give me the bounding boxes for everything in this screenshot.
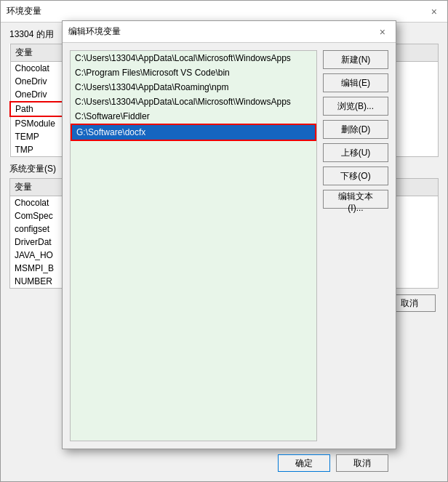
inner-cancel-button[interactable]: 取消 — [336, 454, 388, 472]
path-list-item[interactable]: C:\Users\13304\AppData\Local\Microsoft\W… — [71, 95, 316, 109]
inner-bottom-buttons: 确定 取消 — [63, 449, 396, 479]
edit-button[interactable]: 编辑(E) — [323, 73, 388, 92]
edit-text-button[interactable]: 编辑文本(I)... — [323, 190, 388, 209]
path-list[interactable]: C:\Users\13304\AppData\Local\Microsoft\W… — [70, 50, 317, 441]
path-list-container: C:\Users\13304\AppData\Local\Microsoft\W… — [70, 50, 317, 441]
inner-content: C:\Users\13304\AppData\Local\Microsoft\W… — [63, 43, 396, 449]
inner-close-button[interactable]: × — [375, 25, 390, 39]
move-up-button[interactable]: 上移(U) — [323, 143, 388, 162]
outer-close-button[interactable]: × — [427, 4, 441, 19]
inner-right-buttons: 新建(N) 编辑(E) 浏览(B)... 删除(D) 上移(U) 下移(O) 编… — [323, 50, 388, 441]
inner-dialog-title: 编辑环境变量 — [68, 25, 121, 38]
path-list-item[interactable]: C:\Users\13304\AppData\Roaming\npm — [71, 80, 316, 95]
path-list-empty-row — [71, 189, 316, 193]
path-list-item[interactable]: G:\Software\docfx — [71, 124, 316, 141]
outer-titlebar: 环境变量 × — [1, 1, 447, 23]
outer-window-title: 环境变量 — [7, 5, 41, 17]
delete-button[interactable]: 删除(D) — [323, 120, 388, 139]
path-list-item[interactable]: C:\Program Files\Microsoft VS Code\bin — [71, 65, 316, 80]
path-list-item[interactable]: C:\Users\13304\AppData\Local\Microsoft\W… — [71, 51, 316, 65]
inner-dialog: 编辑环境变量 × C:\Users\13304\AppData\Local\Mi… — [62, 20, 396, 449]
browse-button[interactable]: 浏览(B)... — [323, 97, 388, 116]
new-button[interactable]: 新建(N) — [323, 50, 388, 69]
move-down-button[interactable]: 下移(O) — [323, 166, 388, 185]
path-list-item[interactable]: C:\Software\Fiddler — [71, 109, 316, 124]
inner-titlebar: 编辑环境变量 × — [63, 21, 396, 43]
inner-confirm-button[interactable]: 确定 — [278, 454, 330, 472]
